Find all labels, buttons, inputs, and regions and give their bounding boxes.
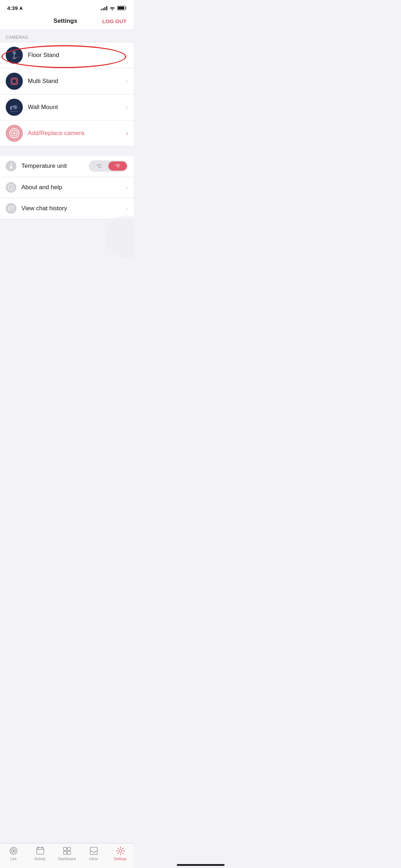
add-camera-icon (6, 125, 23, 142)
nav-header: Settings LOG OUT (0, 14, 134, 30)
chat-icon (6, 203, 16, 214)
status-icons (101, 6, 127, 10)
multi-stand-label: Multi Stand (28, 78, 123, 85)
list-item-multi-stand[interactable]: Multi Stand › (0, 68, 134, 94)
svg-rect-26 (9, 206, 14, 210)
svg-text:Floor stand: Floor stand (12, 56, 19, 58)
bg-decoration-2 (105, 215, 134, 258)
signal-icon (101, 6, 107, 10)
list-item-add-camera[interactable]: Add/Replace camera › (0, 120, 134, 146)
cameras-section-header: CAMERAS (0, 30, 134, 42)
info-icon (6, 182, 16, 193)
svg-text:Wall mount: Wall mount (11, 110, 18, 112)
logout-button[interactable]: LOG OUT (102, 18, 127, 24)
list-item-floor-stand[interactable]: Floor stand Floor Stand › (0, 42, 134, 68)
multi-stand-icon (6, 73, 23, 90)
navigation-icon (19, 6, 23, 10)
chat-history-label: View chat history (21, 205, 123, 212)
wall-mount-label: Wall Mount (28, 104, 123, 111)
page-title: Settings (29, 17, 102, 25)
about-help-row[interactable]: About and help › (0, 177, 134, 198)
temperature-unit-row[interactable]: Temperature unit °C °F (0, 155, 134, 177)
floor-stand-chevron: › (126, 52, 128, 58)
floor-stand-icon: Floor stand (6, 47, 23, 64)
svg-point-0 (112, 9, 113, 10)
wifi-icon (109, 6, 115, 10)
chat-history-chevron: › (126, 205, 128, 212)
cameras-section: CAMERAS Floor stand Fl (0, 30, 134, 146)
settings-section: Temperature unit °C °F About and help (0, 155, 134, 219)
svg-point-15 (15, 107, 16, 108)
floor-stand-label: Floor Stand (28, 52, 123, 59)
about-help-chevron: › (126, 184, 128, 191)
svg-rect-22 (11, 164, 11, 167)
list-item-wall-mount[interactable]: Wall mount Wall Mount › (0, 94, 134, 120)
battery-icon (117, 6, 127, 10)
svg-rect-25 (11, 187, 11, 189)
cameras-list: Floor stand Floor Stand › Multi Stand (0, 42, 134, 146)
about-help-label: About and help (21, 184, 123, 191)
svg-rect-2 (118, 7, 124, 10)
status-bar: 4:39 (0, 0, 134, 14)
fahrenheit-option[interactable]: °F (108, 161, 127, 171)
svg-point-24 (11, 186, 11, 187)
wall-mount-icon: Wall mount (6, 99, 23, 116)
svg-rect-13 (10, 106, 12, 110)
temperature-unit-label: Temperature unit (21, 162, 89, 170)
svg-point-7 (14, 52, 15, 53)
multi-stand-chevron: › (126, 78, 128, 84)
temperature-toggle[interactable]: °C °F (89, 160, 128, 172)
add-camera-label: Add/Replace camera (28, 130, 123, 137)
add-camera-chevron: › (126, 130, 128, 136)
celsius-option[interactable]: °C (90, 161, 108, 171)
svg-point-9 (7, 74, 21, 88)
thermometer-icon (6, 161, 16, 171)
wall-mount-chevron: › (126, 104, 128, 110)
svg-point-19 (13, 132, 15, 134)
status-time: 4:39 (7, 5, 23, 11)
chat-history-row[interactable]: View chat history › (0, 198, 134, 219)
